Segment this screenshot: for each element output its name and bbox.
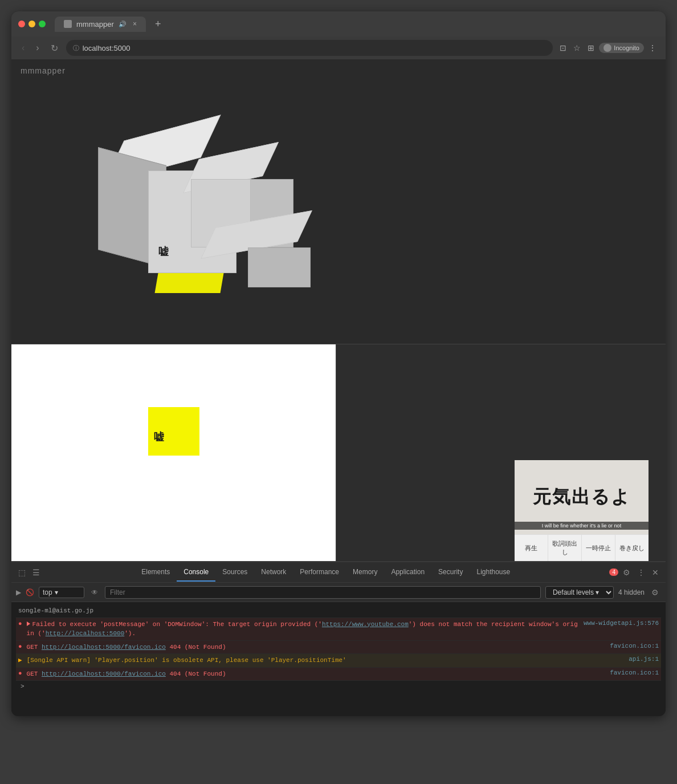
error-icon-3: ●: [18, 670, 22, 677]
localhost-link-1[interactable]: http://localhost:5000: [46, 630, 125, 637]
box3-right: [248, 247, 311, 287]
tab-security[interactable]: Security: [431, 563, 470, 582]
refresh-button[interactable]: ↻: [47, 40, 62, 56]
tab-audio-icon: 🔊: [119, 21, 127, 28]
console-line-postmessage-error: ● Failed to execute 'postMessage' on 'DO…: [16, 618, 661, 641]
browser-menu-button[interactable]: ⋮: [646, 41, 659, 55]
console-favicon-text-2: GET http://localhost:5000/favicon.ico 40…: [27, 669, 606, 679]
minimize-traffic-light[interactable]: [28, 21, 35, 27]
address-bar[interactable]: ⓘ localhost:5000: [66, 40, 553, 56]
incognito-badge: Incognito: [599, 43, 644, 53]
youtube-link[interactable]: https://www.youtube.com: [322, 621, 409, 628]
console-hidden-count: 4 hidden: [618, 588, 645, 596]
secure-icon: ⓘ: [73, 44, 79, 52]
error-icon-1: ●: [18, 620, 22, 627]
console-bar: ▶ 🚫 top ▾ 👁 Default levels ▾ 4 hidden ⚙: [11, 583, 666, 602]
video-kanji: 元気出るよ: [533, 485, 631, 510]
bookmark-icon[interactable]: ☆: [571, 41, 583, 55]
tab-favicon: [64, 20, 72, 28]
browser-tab[interactable]: mmmapper 🔊 ×: [55, 17, 146, 32]
devtools-select-icon[interactable]: ⬚: [16, 566, 28, 579]
new-tab-button[interactable]: +: [150, 18, 166, 30]
back-button[interactable]: ‹: [18, 40, 28, 55]
title-bar: mmmapper 🔊 × +: [11, 11, 666, 36]
3d-viewer: mmmapper: [11, 59, 666, 344]
extensions-icon[interactable]: ⊞: [585, 41, 597, 55]
console-songle-text: [Songle API warn] 'Player.position' is o…: [27, 656, 625, 665]
prompt-symbol: >: [21, 683, 25, 690]
console-output: songle-ml@aist.go.jp ● Failed to execute…: [11, 602, 666, 716]
incognito-icon: [603, 44, 611, 52]
cast-icon[interactable]: ⊡: [557, 41, 569, 55]
console-eye-icon[interactable]: 👁: [89, 588, 100, 596]
console-line-songle-warning: ▶ [Songle API warn] 'Player.position' is…: [16, 654, 661, 668]
console-line-favicon-error-2: ● GET http://localhost:5000/favicon.ico …: [16, 668, 661, 681]
console-level-select[interactable]: Default levels ▾: [545, 586, 614, 599]
tab-console[interactable]: Console: [177, 563, 215, 582]
nav-bar: ‹ › ↻ ⓘ localhost:5000 ⊡ ☆ ⊞ Incognito ⋮: [11, 36, 666, 59]
expand-chevron-1[interactable]: [27, 621, 30, 626]
devtools-device-icon[interactable]: ☰: [30, 566, 42, 579]
console-line-email: songle-ml@aist.go.jp: [16, 604, 661, 618]
app-title: mmmapper: [11, 59, 666, 82]
devtools-actions: 4 ⚙ ⋮ ✕: [609, 566, 661, 579]
tab-sources[interactable]: Sources: [215, 563, 254, 582]
console-file-favicon-1[interactable]: favicon.ico:1: [610, 643, 659, 649]
tab-title: mmmapper: [76, 20, 114, 29]
browser-frame: mmmapper 🔊 × + ‹ › ↻ ⓘ localhost:5000 ⊡ …: [11, 11, 666, 716]
kanji-3d-label: 嘘: [158, 245, 169, 258]
console-play-icon[interactable]: ▶: [16, 588, 21, 596]
console-target-label: top: [43, 588, 52, 596]
traffic-lights: [18, 21, 46, 27]
pause-button[interactable]: 一時停止: [582, 535, 615, 561]
2d-panel-container: 嘘 元気出るよ I will be fine whether it's a li…: [11, 344, 666, 561]
video-controls: 再生 歌詞頭出し 一時停止 巻き戻し: [515, 534, 649, 561]
console-filter-input[interactable]: [105, 586, 541, 599]
console-line-favicon-error-1: ● GET http://localhost:5000/favicon.ico …: [16, 641, 661, 655]
error-icon-2: ●: [18, 643, 22, 650]
console-settings-icon[interactable]: ⚙: [649, 586, 661, 599]
devtools-panel: ⬚ ☰ Elements Console Sources Network Per…: [11, 561, 666, 716]
maximize-traffic-light[interactable]: [39, 21, 46, 27]
error-count-badge: 4: [609, 568, 618, 576]
incognito-label: Incognito: [614, 44, 639, 51]
devtools-close-icon[interactable]: ✕: [650, 566, 661, 579]
rewind-to-lyrics-button[interactable]: 歌詞頭出し: [548, 535, 582, 561]
console-favicon-text-1: GET http://localhost:5000/favicon.ico 40…: [27, 643, 606, 652]
devtools-settings-icon[interactable]: ⚙: [621, 566, 633, 579]
nav-actions: ⊡ ☆ ⊞ Incognito ⋮: [557, 41, 659, 55]
console-clear-icon[interactable]: 🚫: [26, 588, 34, 596]
tab-performance[interactable]: Performance: [293, 563, 346, 582]
2d-panel: 嘘: [11, 344, 336, 561]
tab-memory[interactable]: Memory: [346, 563, 384, 582]
console-prompt: >: [16, 681, 661, 692]
right-side: 元気出るよ I will be fine whether it's a lie …: [336, 344, 666, 561]
box-group: 嘘: [68, 122, 274, 282]
play-button[interactable]: 再生: [515, 535, 548, 561]
devtools-more-icon[interactable]: ⋮: [635, 566, 647, 579]
tab-elements[interactable]: Elements: [134, 563, 177, 582]
tab-lighthouse[interactable]: Lighthouse: [470, 563, 517, 582]
tab-application[interactable]: Application: [384, 563, 431, 582]
console-file-widgetapi[interactable]: www-widgetapi.js:576: [584, 620, 659, 627]
favicon-link-2[interactable]: http://localhost:5000/favicon.ico: [42, 671, 166, 677]
close-traffic-light[interactable]: [18, 21, 25, 27]
video-subtitle: I will be fine whether it's a lie or not: [515, 522, 649, 530]
3d-boxes: 嘘: [68, 122, 274, 282]
console-file-api[interactable]: api.js:1: [629, 656, 659, 663]
favicon-link-1[interactable]: http://localhost:5000/favicon.ico: [42, 644, 166, 651]
devtools-tab-bar: ⬚ ☰ Elements Console Sources Network Per…: [11, 562, 666, 583]
console-file-favicon-2[interactable]: favicon.ico:1: [610, 669, 659, 676]
tab-close-button[interactable]: ×: [133, 20, 137, 28]
console-target-chevron: ▾: [55, 588, 58, 596]
forward-button[interactable]: ›: [32, 40, 42, 55]
console-email-text: songle-ml@aist.go.jp: [18, 606, 659, 616]
console-target-select[interactable]: top ▾: [39, 587, 84, 598]
video-panel: 元気出るよ I will be fine whether it's a lie …: [515, 460, 649, 561]
devtools-tab-icons: ⬚ ☰: [16, 566, 42, 579]
tab-network[interactable]: Network: [254, 563, 293, 582]
video-thumbnail: 元気出るよ I will be fine whether it's a lie …: [515, 460, 649, 534]
page-content: mmmapper: [11, 59, 666, 716]
back-button-video[interactable]: 巻き戻し: [615, 535, 649, 561]
console-postmessage-text: Failed to execute 'postMessage' on 'DOMW…: [27, 620, 579, 639]
